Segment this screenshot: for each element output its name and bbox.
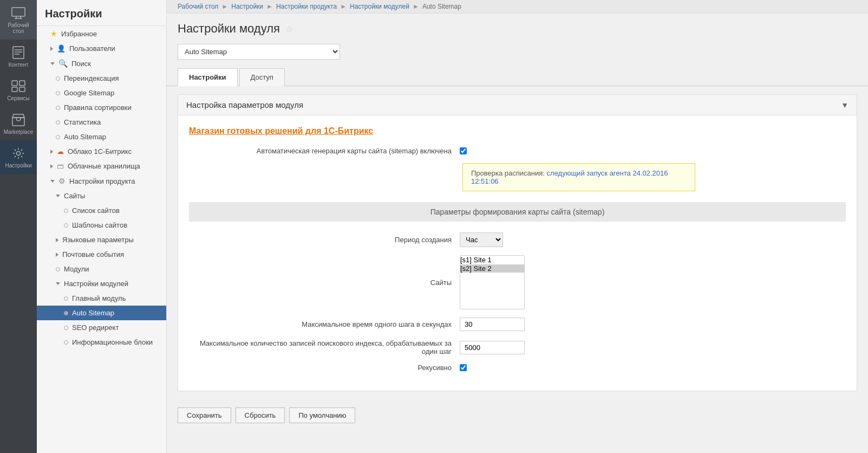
gear-icon: ⚙: [58, 177, 66, 185]
tabs: Настройки Доступ: [167, 68, 868, 86]
icon-bar-settings[interactable]: Настройки: [0, 140, 37, 174]
sidebar-item-search[interactable]: 🔍 Поиск: [37, 56, 166, 71]
icon-bar-content[interactable]: Контент: [0, 40, 37, 73]
reset-button[interactable]: Сбросить: [236, 407, 285, 423]
sidebar-item-reindex[interactable]: Переиндексация: [37, 71, 166, 86]
settings-panel-body: Магазин готовых решений для 1С-Битрикс А…: [178, 115, 857, 391]
collapse-icon[interactable]: ▼: [841, 101, 849, 109]
save-button[interactable]: Сохранить: [178, 407, 231, 423]
sidebar-item-users[interactable]: 👤 Пользователи: [37, 41, 166, 56]
sidebar-item-info-blocks[interactable]: Информационные блоки: [37, 335, 166, 350]
bullet-icon: [64, 296, 68, 301]
svg-rect-11: [19, 87, 25, 92]
sites-listbox[interactable]: [s1] Site 1 [s2] Site 2: [460, 255, 525, 309]
bullet-icon: [56, 76, 60, 81]
sidebar-item-module-settings[interactable]: Настройки модулей: [37, 276, 166, 291]
breadcrumb: Рабочий стол ► Настройки ► Настройки про…: [167, 0, 868, 14]
page-header: Настройки модуля ☆: [167, 14, 868, 41]
arrow-right-icon: [50, 164, 53, 169]
sites-label: Сайты: [189, 279, 460, 287]
content-icon: [11, 45, 26, 60]
svg-point-13: [17, 152, 21, 156]
auto-checkbox[interactable]: [460, 147, 467, 154]
sidebar-item-stats[interactable]: Статистика: [37, 115, 166, 130]
svg-rect-12: [12, 118, 24, 126]
recursive-row: Рекусивно: [189, 364, 846, 372]
max-time-label: Максимальное время одного шага в секунда…: [189, 320, 460, 328]
bullet-icon: [56, 91, 60, 95]
period-row: Период создания Час День Неделя: [189, 232, 846, 247]
breadcrumb-modules[interactable]: Настройки модулей: [350, 3, 409, 10]
svg-rect-4: [13, 47, 24, 59]
sidebar-item-sort-rules[interactable]: Правила сортировки: [37, 100, 166, 115]
bullet-icon: [64, 340, 68, 345]
module-select-row: Auto Sitemap: [167, 41, 868, 68]
sidebar-title: Настройки: [37, 0, 166, 26]
sidebar-item-lang[interactable]: Языковые параметры: [37, 232, 166, 247]
icon-bar-services[interactable]: Сервисы: [0, 73, 37, 107]
arrow-down-icon: [56, 195, 60, 197]
module-select[interactable]: Auto Sitemap: [178, 44, 340, 60]
recursive-checkbox[interactable]: [460, 364, 467, 371]
bullet-icon: [64, 209, 68, 213]
period-select[interactable]: Час День Неделя: [460, 232, 503, 247]
site-option-s1[interactable]: [s1] Site 1: [460, 256, 524, 264]
favorite-star-icon[interactable]: ☆: [285, 24, 293, 34]
sidebar-item-favorites[interactable]: ★ Избранное: [37, 26, 166, 41]
arrow-right-icon: [56, 253, 58, 257]
svg-rect-10: [12, 87, 17, 92]
star-icon: ★: [50, 29, 57, 38]
svg-rect-0: [12, 8, 25, 16]
marketplace-icon: [11, 112, 26, 127]
settings-icon: [11, 146, 26, 161]
max-records-input[interactable]: [460, 341, 525, 354]
arrow-down-icon: [56, 282, 60, 285]
sidebar-item-sites[interactable]: Сайты: [37, 189, 166, 203]
icon-bar-marketplace-label: Marketplace: [4, 129, 33, 135]
arrow-down-icon: [50, 62, 55, 65]
breadcrumb-sep3: ►: [340, 3, 347, 10]
icon-bar-services-label: Сервисы: [7, 95, 29, 101]
max-time-input[interactable]: [460, 318, 525, 331]
sidebar-item-auto-sitemap-active[interactable]: Auto Sitemap: [37, 306, 166, 320]
schedule-info-box: Проверка расписания: следующий запуск аг…: [462, 163, 695, 191]
recursive-label: Рекусивно: [189, 364, 460, 372]
site-option-s2[interactable]: [s2] Site 2: [460, 264, 524, 273]
tab-settings[interactable]: Настройки: [178, 68, 238, 86]
sidebar-item-product-settings[interactable]: ⚙ Настройки продукта: [37, 173, 166, 189]
sidebar-item-mail[interactable]: Почтовые события: [37, 247, 166, 262]
auto-checkbox-label: Автоматическая генерация карты сайта (si…: [189, 147, 460, 155]
main-content: Рабочий стол ► Настройки ► Настройки про…: [167, 0, 868, 453]
default-button[interactable]: По умолчанию: [289, 407, 355, 423]
sitemap-section-header: Параметры формирования карты сайта (site…: [189, 202, 846, 222]
desktop-icon: [11, 5, 26, 21]
icon-bar-settings-label: Настройки: [5, 163, 31, 169]
breadcrumb-settings[interactable]: Настройки: [231, 3, 263, 10]
sidebar-item-sites-list[interactable]: Список сайтов: [37, 203, 166, 218]
cloud-icon: ☁: [57, 147, 64, 156]
tab-access[interactable]: Доступ: [239, 68, 285, 86]
settings-panel-title: Настройка параметров модуля: [186, 100, 303, 109]
bullet-icon: [64, 326, 68, 330]
icon-bar-marketplace[interactable]: Marketplace: [0, 107, 37, 140]
sidebar-item-modules[interactable]: Модули: [37, 262, 166, 276]
bullet-icon: [56, 120, 60, 125]
bullet-icon: [56, 106, 60, 110]
marketplace-link[interactable]: Магазин готовых решений для 1С-Битрикс: [189, 126, 846, 136]
max-records-row: Максимальное количество записей поисково…: [189, 339, 846, 355]
sidebar-item-google-sitemap[interactable]: Google Sitemap: [37, 86, 166, 100]
schedule-label: Проверка расписания:: [471, 169, 545, 177]
sidebar-item-seo-redirect[interactable]: SEO редирект: [37, 320, 166, 335]
sidebar-item-cloud[interactable]: ☁ Облако 1С-Битрикс: [37, 144, 166, 159]
arrow-right-icon: [50, 150, 53, 154]
icon-bar-desktop[interactable]: Рабочий стол: [0, 0, 37, 40]
breadcrumb-product[interactable]: Настройки продукта: [276, 3, 337, 10]
sidebar-item-main-module[interactable]: Главный модуль: [37, 291, 166, 306]
breadcrumb-desktop[interactable]: Рабочий стол: [178, 3, 218, 10]
arrow-right-icon: [56, 238, 58, 242]
sidebar-item-auto-sitemap-search[interactable]: Auto Sitemap: [37, 130, 166, 144]
page-title: Настройки модуля: [178, 22, 280, 36]
sidebar-item-cloud-storage[interactable]: 🗃 Облачные хранилища: [37, 159, 166, 173]
sidebar-item-site-templates[interactable]: Шаблоны сайтов: [37, 218, 166, 232]
icon-bar: Рабочий стол Контент Сервисы: [0, 0, 37, 453]
